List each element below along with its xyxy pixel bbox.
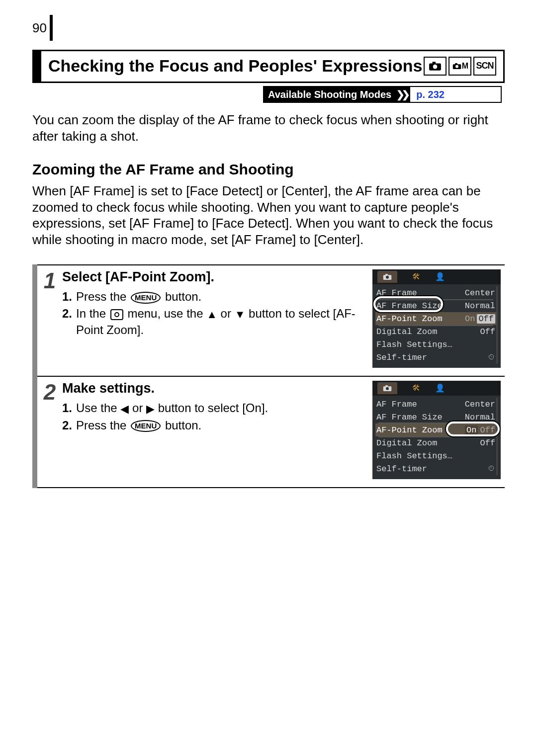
- person-tab-icon: 👤: [435, 383, 445, 393]
- lcd-menu-row: Digital ZoomOff: [375, 325, 498, 338]
- scene-mode-icon: SCN: [473, 57, 496, 76]
- person-tab-icon: 👤: [435, 272, 445, 282]
- available-modes-bar: Available Shooting Modes ❯❯ p. 232: [263, 86, 502, 103]
- svg-point-8: [386, 276, 389, 279]
- lcd-menu-row: Flash Settings…: [375, 338, 498, 351]
- manual-mode-icon: M: [448, 57, 471, 76]
- subsection-heading: Zooming the AF Frame and Shooting: [32, 161, 505, 178]
- self-timer-icon: ⏲: [488, 464, 495, 473]
- menu-button-icon: MENU: [131, 420, 161, 432]
- page-number-divider: [50, 15, 53, 41]
- lcd-row-value: Center: [465, 400, 495, 409]
- camera-tab-icon: [377, 382, 397, 394]
- lcd-row-value: OnOff: [465, 314, 495, 324]
- highlight-circle-icon: [373, 296, 443, 312]
- lcd-row-label: AF-Point Zoom: [376, 314, 443, 324]
- steps-container: 1 Select [AF-Point Zoom]. 1. Press the M…: [32, 264, 505, 488]
- menu-button-icon: MENU: [131, 292, 161, 304]
- svg-rect-7: [385, 274, 388, 275]
- page-number: 90: [32, 20, 47, 36]
- tools-tab-icon: 🛠: [412, 384, 420, 393]
- lcd-menu-row: Digital ZoomOff: [375, 436, 498, 449]
- substep: 1. Press the MENU button.: [62, 289, 364, 305]
- lcd-menu-row: Flash Settings…: [375, 449, 498, 462]
- step-2-substeps: 1. Use the ◀ or ▶ button to select [On].…: [62, 400, 364, 433]
- lcd-row-label: Digital Zoom: [376, 438, 437, 448]
- lcd-menu-row: Self-timer⏲: [375, 351, 498, 364]
- substep: 2. In the menu, use the ▲ or ▼ button to…: [62, 306, 364, 338]
- lcd-row-value: Normal: [465, 301, 495, 311]
- svg-rect-10: [385, 385, 388, 387]
- lcd-menu-row: AF-Point ZoomOnOff: [375, 312, 498, 325]
- lcd-row-label: Self-timer: [376, 464, 427, 474]
- lcd-row-label: Flash Settings…: [376, 340, 452, 349]
- right-arrow-icon: ▶: [146, 403, 155, 415]
- svg-rect-1: [433, 62, 436, 64]
- intro-paragraph: You can zoom the display of the AF frame…: [32, 112, 505, 144]
- step-1-substeps: 1. Press the MENU button. 2. In the: [62, 289, 364, 338]
- self-timer-icon: ⏲: [488, 353, 495, 362]
- svg-point-11: [386, 387, 389, 390]
- up-arrow-icon: ▲: [206, 308, 217, 321]
- step-number: 1: [37, 265, 62, 376]
- step-1-text: Select [AF-Point Zoom]. 1. Press the MEN…: [62, 269, 364, 368]
- tools-tab-icon: 🛠: [412, 272, 420, 282]
- subsection-body: When [AF Frame] is set to [Face Detect] …: [32, 183, 505, 248]
- lcd-screenshot-1: 🛠 👤 AF FrameCenterAF Frame SizeNormalAF-…: [372, 269, 501, 368]
- down-arrow-icon: ▼: [235, 308, 246, 321]
- section-title: Checking the Focus and Peoples' Expressi…: [48, 56, 423, 76]
- lcd-menu-row: Self-timer⏲: [375, 462, 498, 475]
- lcd-row-label: Flash Settings…: [376, 451, 452, 461]
- chevrons-icon: ❯❯: [395, 87, 410, 102]
- left-arrow-icon: ◀: [120, 403, 129, 415]
- lcd-row-label: AF Frame Size: [376, 413, 443, 422]
- step-2-text: Make settings. 1. Use the ◀ or ▶ button …: [62, 381, 364, 479]
- svg-point-2: [433, 64, 438, 69]
- auto-mode-icon: [424, 57, 447, 76]
- lcd-row-label: AF Frame: [376, 400, 417, 409]
- lcd-row-value: Center: [465, 288, 495, 298]
- mode-icon-group: M SCN: [424, 57, 496, 76]
- lcd-row-label: Self-timer: [376, 353, 427, 362]
- svg-rect-4: [455, 63, 457, 65]
- lcd-row-value: Normal: [465, 413, 495, 422]
- step-2: 2 Make settings. 1. Use the ◀ or ▶ bu: [37, 376, 505, 488]
- lcd-row-label: Digital Zoom: [376, 327, 437, 336]
- substep: 1. Use the ◀ or ▶ button to select [On].: [62, 400, 364, 417]
- highlight-circle-icon: [446, 421, 500, 436]
- available-modes-label: Available Shooting Modes: [264, 87, 395, 102]
- available-modes-page-ref[interactable]: p. 232: [410, 87, 450, 102]
- step-2-title: Make settings.: [62, 381, 364, 396]
- available-modes-row: Available Shooting Modes ❯❯ p. 232: [32, 84, 505, 103]
- lcd-menu-row: AF FrameCenter: [375, 398, 498, 411]
- lcd-row-value: Off: [480, 327, 495, 336]
- step-1: 1 Select [AF-Point Zoom]. 1. Press the M…: [37, 264, 505, 376]
- section-title-block: Checking the Focus and Peoples' Expressi…: [32, 50, 505, 83]
- step-number: 2: [37, 377, 62, 487]
- lcd-tabs: 🛠 👤: [372, 381, 501, 396]
- page-number-block: 90: [32, 15, 505, 41]
- lcd-row-value: Off: [480, 438, 495, 448]
- rec-menu-icon: [110, 309, 123, 320]
- lcd-screenshot-2: 🛠 👤 AF FrameCenterAF Frame SizeNormalAF-…: [372, 381, 501, 479]
- lcd-tabs: 🛠 👤: [372, 269, 501, 284]
- camera-tab-icon: [377, 271, 397, 283]
- manual-page: 90 Checking the Focus and Peoples' Expre…: [0, 0, 537, 756]
- substep: 2. Press the MENU button.: [62, 418, 364, 433]
- lcd-row-label: AF-Point Zoom: [376, 425, 443, 435]
- svg-point-5: [455, 65, 458, 68]
- step-1-title: Select [AF-Point Zoom].: [62, 269, 364, 285]
